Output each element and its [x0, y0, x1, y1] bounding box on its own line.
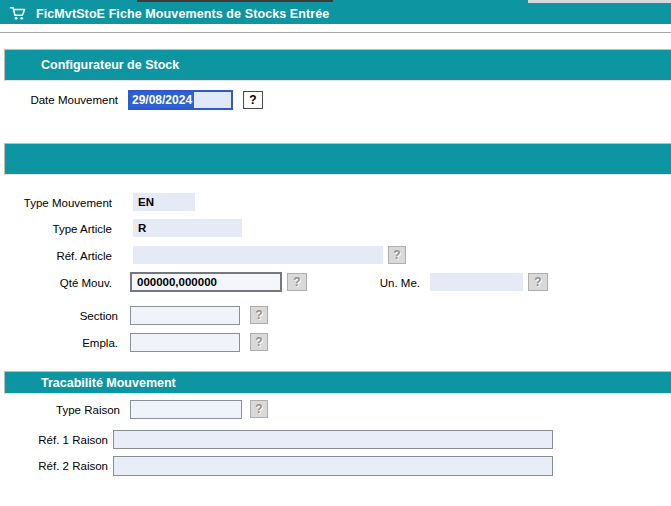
section-title: Tracabilité Mouvement: [5, 376, 176, 390]
ref-article-field[interactable]: [133, 246, 383, 264]
section-header-tracabilite: Tracabilité Mouvement: [4, 371, 671, 394]
window-title: FicMvtStoE Fiche Mouvements de Stocks En…: [36, 7, 329, 21]
date-mouvement-label: Date Mouvement: [0, 92, 118, 108]
section-help-button[interactable]: ?: [250, 306, 268, 324]
empla-help-button[interactable]: ?: [250, 333, 268, 351]
qte-mouv-help-button[interactable]: ?: [287, 273, 307, 291]
type-article-label: Type Article: [0, 221, 112, 237]
un-me-field[interactable]: [430, 273, 523, 291]
ref-article-label: Réf. Article: [0, 248, 112, 264]
type-article-field[interactable]: R: [133, 219, 242, 237]
window-title-bar: FicMvtStoE Fiche Mouvements de Stocks En…: [0, 3, 671, 24]
type-mouvement-label: Type Mouvement: [0, 195, 112, 211]
ref-article-help-button[interactable]: ?: [388, 246, 406, 264]
empla-field[interactable]: [130, 333, 240, 352]
section-header-configurateur: Configurateur de Stock: [4, 49, 671, 81]
type-raison-help-button[interactable]: ?: [250, 400, 268, 418]
date-mouvement-selected-text: 29/08/2024: [130, 92, 194, 108]
type-raison-field[interactable]: [130, 400, 242, 419]
date-mouvement-help-button[interactable]: ?: [243, 91, 263, 109]
qte-mouv-field[interactable]: 000000,000000: [130, 272, 282, 292]
ref2-raison-field[interactable]: [113, 456, 553, 476]
cart-icon: [9, 6, 27, 21]
ref1-raison-field[interactable]: [113, 430, 553, 449]
section-label: Section: [0, 308, 118, 324]
separator-line: [0, 32, 671, 34]
type-raison-label: Type Raison: [0, 402, 120, 418]
empla-label: Empla.: [0, 335, 118, 351]
background-window-edge: [137, 0, 333, 2]
date-mouvement-input[interactable]: 29/08/2024: [128, 90, 233, 110]
un-me-help-button[interactable]: ?: [528, 273, 548, 291]
un-me-label: Un. Me.: [362, 275, 420, 291]
ref2-raison-label: Réf. 2 Raison: [0, 458, 108, 474]
section-title: Configurateur de Stock: [5, 58, 179, 72]
qte-mouv-label: Qté Mouv.: [0, 275, 112, 291]
type-mouvement-field[interactable]: EN: [133, 193, 195, 211]
ref1-raison-label: Réf. 1 Raison: [0, 432, 108, 448]
section-field[interactable]: [130, 306, 240, 325]
section-header-spacer: [4, 143, 671, 175]
